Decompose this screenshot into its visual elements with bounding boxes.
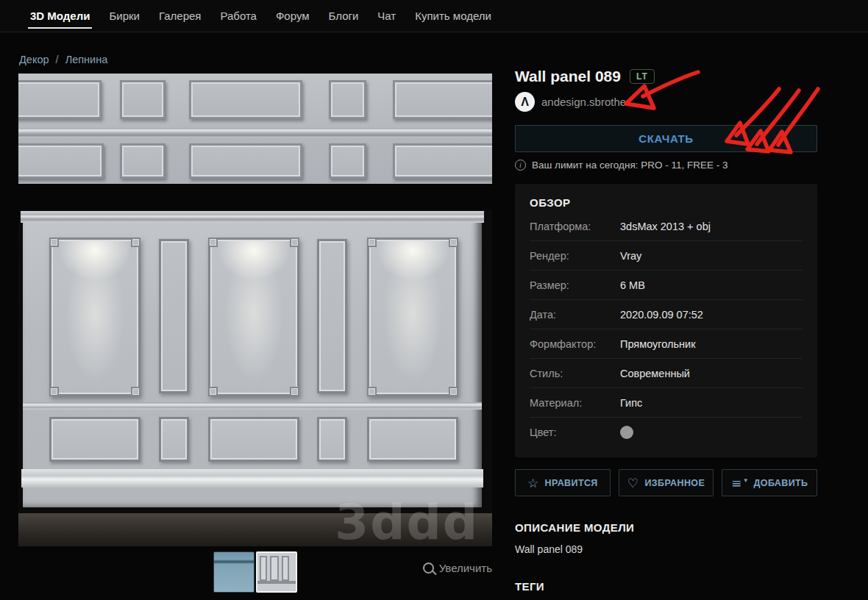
nav-item-3d-models[interactable]: 3D Модели xyxy=(21,0,99,32)
breadcrumb-decor[interactable]: Декор xyxy=(19,54,49,65)
overview-row-style: Стиль: Современный xyxy=(530,359,803,388)
avatar: Λ xyxy=(515,92,535,112)
limit-info: i Ваш лимит на сегодня: PRO - 11, FREE -… xyxy=(515,160,817,171)
molding-panel xyxy=(18,80,102,119)
nav-item-work[interactable]: Работа xyxy=(210,0,266,32)
color-swatch xyxy=(620,426,633,439)
overview-row-date: Дата: 2020.09.09 07:52 xyxy=(530,300,803,329)
overview-row-render: Рендер: Vray xyxy=(530,241,803,271)
like-button[interactable]: ☆ НРАВИТСЯ xyxy=(515,469,611,496)
breadcrumb-separator: / xyxy=(56,54,59,65)
wainscot-panel xyxy=(208,417,299,461)
nav-item-gallery[interactable]: Галерея xyxy=(149,0,211,32)
top-nav: 3D Модели Бирки Галерея Работа Форум Бло… xyxy=(0,0,868,32)
description-heading: ОПИСАНИЕ МОДЕЛИ xyxy=(515,521,817,534)
overview-row-color: Цвет: xyxy=(530,418,803,447)
description-text: Wall panel 089 xyxy=(515,543,817,555)
nav-item-forum[interactable]: Форум xyxy=(266,0,319,32)
chair-rail xyxy=(18,128,492,138)
wall-panel-large xyxy=(49,238,140,396)
wall-render xyxy=(23,211,482,507)
nav-item-birki[interactable]: Бирки xyxy=(99,0,149,32)
molding-panel xyxy=(329,143,367,179)
overview-row-formfactor: Формфактор: Прямоугольник xyxy=(530,329,803,359)
overview-panel: ОБЗОР Платформа: 3dsMax 2013 + obj Ренде… xyxy=(515,184,817,457)
product-panel: Wall panel 089 LT Λ andesign.sbrother СК… xyxy=(515,68,817,593)
molding-panel xyxy=(18,143,104,179)
nav-item-buy-models[interactable]: Купить модели xyxy=(405,0,501,32)
wainscot-panel xyxy=(159,417,189,461)
nav-item-blogs[interactable]: Блоги xyxy=(319,0,369,32)
zoom-label: Увеличить xyxy=(439,562,492,574)
nav-item-chat[interactable]: Чат xyxy=(368,0,405,32)
thumbnail-1[interactable] xyxy=(213,551,255,593)
page: 3D Модели Бирки Галерея Работа Форум Бло… xyxy=(0,0,868,600)
molding-panel xyxy=(393,143,492,179)
molding-panel xyxy=(189,143,303,179)
wall-panel-narrow xyxy=(159,239,189,393)
molding-panel xyxy=(120,80,165,119)
lt-badge: LT xyxy=(630,69,655,84)
wall-panel-narrow xyxy=(317,239,347,393)
molding-panel xyxy=(329,80,367,119)
detail-image[interactable] xyxy=(18,74,492,184)
magnifier-icon xyxy=(423,562,434,574)
thumbnail-2-selected[interactable] xyxy=(256,551,297,593)
zoom-link[interactable]: Увеличить xyxy=(423,562,492,574)
chair-rail xyxy=(23,402,482,410)
baseboard-molding xyxy=(21,469,483,488)
heart-icon: ♡ xyxy=(627,476,639,490)
molding-panel xyxy=(393,80,492,119)
overview-row-material: Материал: Гипс xyxy=(530,388,803,418)
molding-panel xyxy=(120,143,165,179)
main-image[interactable]: 3ddd xyxy=(18,210,492,546)
breadcrumb: Декор / Лепнина xyxy=(19,54,107,65)
watermark: 3ddd xyxy=(335,494,479,546)
wall-panel-large xyxy=(208,238,299,396)
wainscot-panel xyxy=(49,417,140,461)
wainscot-panel xyxy=(367,417,458,461)
author-name: andesign.sbrother xyxy=(541,96,630,108)
favorite-button[interactable]: ♡ ИЗБРАННОЕ xyxy=(619,469,714,496)
add-to-collection-button[interactable]: ≡ ▾ ДОБАВИТЬ xyxy=(722,469,817,496)
page-title: Wall panel 089 xyxy=(515,68,621,85)
overview-row-size: Размер: 6 MB xyxy=(530,271,803,300)
limit-text: Ваш лимит на сегодня: PRO - 11, FREE - 3 xyxy=(532,160,728,171)
author-link[interactable]: Λ andesign.sbrother xyxy=(515,92,817,112)
overview-row-platform: Платформа: 3dsMax 2013 + obj xyxy=(530,212,803,241)
list-icon: ≡ xyxy=(731,476,742,490)
download-button[interactable]: СКАЧАТЬ xyxy=(515,125,817,152)
wall-panel-large xyxy=(367,238,458,396)
overview-heading: ОБЗОР xyxy=(530,196,803,209)
chevron-down-icon: ▾ xyxy=(744,476,748,484)
molding-panel xyxy=(189,80,303,119)
actions-row: ☆ НРАВИТСЯ ♡ ИЗБРАННОЕ ≡ ▾ ДОБАВИТЬ xyxy=(515,469,817,496)
info-icon: i xyxy=(515,160,526,171)
breadcrumb-lepnina[interactable]: Лепнина xyxy=(65,54,108,65)
star-icon: ☆ xyxy=(527,476,539,490)
wainscot-panel xyxy=(317,417,347,461)
thumbnail-strip: Увеличить xyxy=(18,551,492,594)
cornice-molding xyxy=(21,211,484,223)
tags-heading: ТЕГИ xyxy=(515,580,817,593)
